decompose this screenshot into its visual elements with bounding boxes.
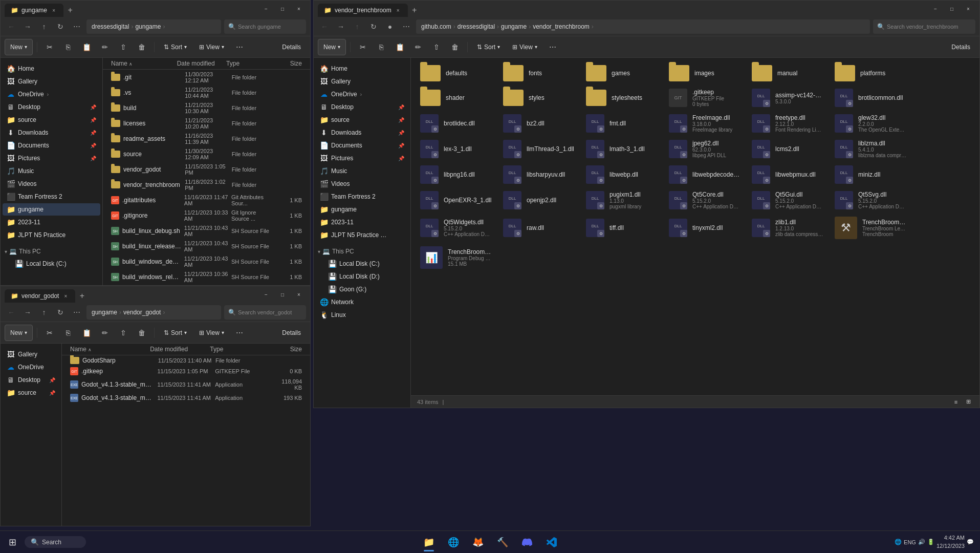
nav-more-2[interactable]: ⋯: [400, 20, 413, 33]
list-item[interactable]: ⚙ DLL tiff.dll: [581, 214, 663, 242]
cut-btn-2[interactable]: ✂: [355, 39, 371, 55]
list-item[interactable]: ⚙ DLL llmThread-3_1.dll: [498, 137, 580, 161]
forward-btn-3[interactable]: →: [21, 306, 34, 319]
list-item[interactable]: ⚙ DLL brotlidec.dll: [415, 111, 497, 136]
list-item[interactable]: games: [581, 62, 663, 84]
list-item[interactable]: ⚙ DLL brotlicommon.dll: [830, 86, 911, 110]
sidebar-music-1[interactable]: 🎵 Music: [3, 165, 100, 177]
sidebar-linux-2[interactable]: 🐧 Linux: [316, 309, 408, 321]
list-item[interactable]: ⚒ TrenchBroom.exe TrenchBroom Level Edit…: [830, 214, 911, 242]
list-item[interactable]: ⚙ DLL Qt5Gui.dll 5.15.2.0C++ Application…: [747, 188, 829, 212]
table-row[interactable]: readme_assets 11/16/2023 11:39 AM File f…: [103, 131, 310, 146]
sidebar-desktop-3[interactable]: 🖥 Desktop 📌: [3, 374, 59, 386]
taskbar-app-hammer[interactable]: 🔨: [492, 532, 513, 552]
details-btn-3[interactable]: Details: [277, 325, 306, 341]
list-item[interactable]: ⚙ DLL openjp2.dll: [498, 188, 580, 212]
sidebar-downloads-1[interactable]: ⬇ Downloads 📌: [3, 126, 100, 139]
sidebar-music-2[interactable]: 🎵 Music: [316, 165, 408, 177]
sidebar-2023-1[interactable]: 📁 2023-11: [3, 216, 100, 228]
list-item[interactable]: ⚙ DLL raw.dll: [498, 214, 580, 242]
grid-view-btn-2[interactable]: ⊞: [963, 397, 973, 407]
list-item[interactable]: ⚙ DLL Qt5Svg.dll 5.15.2.0C++ Application…: [830, 188, 911, 212]
back-btn-3[interactable]: ←: [5, 306, 18, 319]
col-name-header-3[interactable]: Name ∧: [70, 346, 150, 353]
nav-more-3[interactable]: ⋯: [70, 306, 83, 319]
forward-btn-2[interactable]: →: [334, 20, 347, 33]
table-row[interactable]: GIT .gitattributes 11/16/2023 11:47 AM G…: [103, 193, 310, 208]
list-item[interactable]: ⚙ DLL zlib1.dll 1.2.13.0zlib data compre…: [747, 214, 829, 242]
sidebar-localc-2[interactable]: 💾 Local Disk (C:): [316, 258, 408, 270]
sidebar-pictures-2[interactable]: 🖼 Pictures 📌: [316, 152, 408, 164]
list-item[interactable]: ⚙ DLL FreeImage.dll 3.18.0.0FreeImage li…: [664, 111, 746, 136]
paste-btn-3[interactable]: 📋: [78, 325, 95, 341]
more-btn-2[interactable]: ⋯: [545, 39, 561, 55]
view-button-2[interactable]: ⊞ View ▾: [507, 39, 542, 55]
list-view-btn-2[interactable]: ≡: [951, 397, 961, 407]
copy-btn-1[interactable]: ⎘: [60, 39, 76, 55]
table-row[interactable]: SH build_linux_release.sh 11/21/2023 10:…: [103, 239, 310, 254]
delete-btn-3[interactable]: 🗑: [134, 325, 150, 341]
taskbar-app-explorer[interactable]: 📁: [419, 532, 439, 552]
table-row[interactable]: build 11/21/2023 10:30 AM File folder: [103, 100, 310, 116]
table-row[interactable]: SH build_windows_debug.sh 11/21/2023 10:…: [103, 254, 310, 269]
breadcrumb-3[interactable]: gungame › vendor_godot ›: [86, 305, 221, 320]
sidebar-source-3[interactable]: 📁 source 📌: [3, 387, 59, 399]
new-button-2[interactable]: New ▾: [318, 39, 346, 55]
table-row[interactable]: source 11/30/2023 12:09 AM File folder: [103, 146, 310, 162]
list-item[interactable]: ⚙ DLL lmath-3_1.dll: [581, 137, 663, 161]
sidebar-documents-1[interactable]: 📄 Documents 📌: [3, 139, 100, 152]
up-btn-3[interactable]: ↑: [37, 306, 51, 319]
new-button-3[interactable]: New ▾: [5, 325, 33, 341]
cut-btn-1[interactable]: ✂: [41, 39, 58, 55]
share-btn-1[interactable]: ⇧: [115, 39, 132, 55]
table-row[interactable]: vendor_godot 11/15/2023 1:05 PM File fol…: [103, 162, 310, 177]
list-item[interactable]: manual: [747, 62, 829, 84]
sidebar-home-1[interactable]: 🏠 Home: [3, 62, 100, 75]
details-btn-2[interactable]: Details: [946, 39, 975, 55]
taskbar-app-browser[interactable]: 🌐: [443, 532, 464, 552]
sidebar-gungame-2[interactable]: 📁 gungame: [316, 203, 408, 216]
sidebar-home-2[interactable]: 🏠 Home: [316, 62, 408, 75]
tab-gungame[interactable]: 📁 gungame ×: [5, 4, 63, 17]
col-name-header-1[interactable]: Name ∧: [111, 60, 177, 67]
sidebar-gallery-3[interactable]: 🖼 Gallery: [3, 348, 59, 360]
more-btn-1[interactable]: ⋯: [231, 39, 248, 55]
list-item[interactable]: GIT .gitkeep GITKEEP File0 bytes: [664, 86, 746, 110]
paste-btn-1[interactable]: 📋: [78, 39, 95, 55]
list-item[interactable]: ⚙ DLL Qt5Core.dll 5.15.2.0C++ Applicatio…: [664, 188, 746, 212]
table-row[interactable]: GIT .gitkeep 11/15/2023 1:05 PM GITKEEP …: [62, 366, 310, 377]
sidebar-gungame-1[interactable]: 📁 gungame: [3, 203, 100, 216]
tab-add-1[interactable]: +: [63, 4, 77, 17]
sidebar-source-2[interactable]: 📁 source 📌: [316, 114, 408, 126]
maximize-btn-2[interactable]: □: [945, 4, 959, 14]
sidebar-network-2[interactable]: 🌐 Network: [316, 296, 408, 308]
sort-button-2[interactable]: ⇅ Sort ▾: [472, 39, 505, 55]
delete-btn-1[interactable]: 🗑: [134, 39, 150, 55]
table-row[interactable]: licenses 11/21/2023 10:20 AM File folder: [103, 116, 310, 131]
refresh-btn-3[interactable]: ↻: [54, 306, 67, 319]
copy-btn-3[interactable]: ⎘: [60, 325, 76, 341]
sidebar-jlpt-2[interactable]: 📁 JLPT N5 Practice Te...: [316, 229, 408, 241]
sidebar-goon-2[interactable]: 💾 Goon (G:): [316, 283, 408, 295]
sidebar-2023-2[interactable]: 📁 2023-11: [316, 216, 408, 228]
table-row[interactable]: EXE Godot_v4.1.3-stable_mono_win64.exe 1…: [62, 377, 310, 392]
list-item[interactable]: ⚙ DLL liblzma.dll 5.4.1.0liblzma data co…: [830, 137, 911, 161]
maximize-btn-3[interactable]: □: [275, 289, 290, 300]
list-item[interactable]: defaults: [415, 62, 497, 84]
sidebar-onedrive-3[interactable]: ☁ OneDrive: [3, 361, 59, 373]
list-item[interactable]: ⚙ DLL libwebp.dll: [581, 162, 663, 187]
list-item[interactable]: images: [664, 62, 746, 84]
more-btn-3[interactable]: ⋯: [231, 325, 248, 341]
list-item[interactable]: ⚙ DLL tinyxml2.dll: [664, 214, 746, 242]
breadcrumb-1[interactable]: dressesdigital › gungame ›: [86, 19, 221, 34]
sidebar-documents-2[interactable]: 📄 Documents 📌: [316, 139, 408, 152]
list-item[interactable]: ⚙ DLL assimp-vc142-mt.dll 5.3.0.0: [747, 86, 829, 110]
back-btn-1[interactable]: ←: [5, 20, 18, 33]
tab-close-1[interactable]: ×: [50, 7, 57, 14]
list-item[interactable]: fonts: [498, 62, 580, 84]
taskbar-app-discord[interactable]: [517, 532, 537, 552]
up-btn-2[interactable]: ↑: [351, 20, 364, 33]
close-btn-3[interactable]: ×: [292, 289, 306, 300]
table-row[interactable]: GIT .gitignore 11/21/2023 10:33 AM Git I…: [103, 208, 310, 223]
taskbar-app-vscode[interactable]: [541, 532, 562, 552]
